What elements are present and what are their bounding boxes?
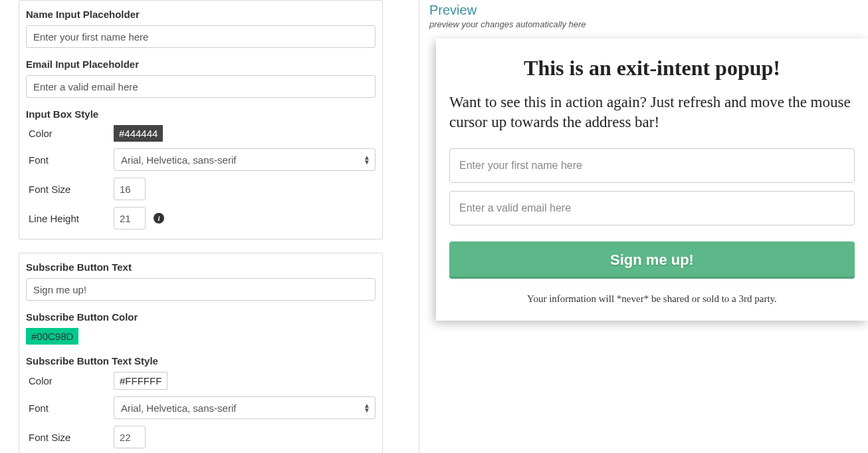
sub-fontsize-input[interactable] bbox=[114, 426, 146, 448]
popup-heading: This is an exit-intent popup! bbox=[449, 56, 855, 80]
popup-name-input[interactable] bbox=[449, 148, 855, 183]
subscribe-settings-panel: Subscribe Button Text Subscribe Button C… bbox=[19, 253, 383, 453]
info-icon[interactable]: i bbox=[154, 213, 164, 224]
input-fontsize-input[interactable] bbox=[114, 178, 146, 200]
input-box-style-label: Input Box Style bbox=[26, 108, 376, 120]
subscribe-text-input[interactable] bbox=[26, 278, 376, 301]
subscribe-color-swatch[interactable]: #00C98D bbox=[26, 328, 78, 345]
input-settings-panel: Name Input Placeholder Email Input Place… bbox=[19, 0, 383, 239]
input-font-label: Font bbox=[26, 154, 114, 166]
preview-popup: This is an exit-intent popup! Want to se… bbox=[436, 39, 868, 321]
input-color-label: Color bbox=[26, 128, 114, 139]
email-placeholder-input[interactable] bbox=[26, 75, 376, 98]
subscribe-text-label: Subscribe Button Text bbox=[26, 261, 376, 273]
popup-email-input[interactable] bbox=[449, 191, 855, 226]
name-placeholder-input[interactable] bbox=[26, 25, 376, 48]
sub-fontsize-label: Font Size bbox=[26, 432, 114, 443]
name-placeholder-label: Name Input Placeholder bbox=[26, 9, 376, 20]
popup-subscribe-button[interactable]: Sign me up! bbox=[449, 241, 855, 279]
popup-disclaimer: Your information will *never* be shared … bbox=[449, 293, 855, 305]
subscribe-textstyle-label: Subscribe Button Text Style bbox=[26, 355, 376, 367]
input-fontsize-label: Font Size bbox=[26, 184, 114, 195]
popup-subheading: Want to see this in action again? Just r… bbox=[449, 92, 855, 132]
sub-color-label: Color bbox=[26, 375, 114, 386]
subscribe-color-label: Subscribe Button Color bbox=[26, 311, 376, 323]
preview-subtitle: preview your changes automatically here bbox=[429, 19, 868, 29]
sub-color-swatch[interactable]: #FFFFFF bbox=[114, 372, 167, 390]
email-placeholder-label: Email Input Placeholder bbox=[26, 59, 376, 70]
input-color-swatch[interactable]: #444444 bbox=[114, 125, 163, 142]
input-lineheight-label: Line Height bbox=[26, 213, 114, 224]
input-lineheight-input[interactable] bbox=[114, 207, 146, 229]
preview-title: Preview bbox=[429, 3, 868, 18]
sub-font-label: Font bbox=[26, 402, 114, 414]
input-font-select[interactable]: Arial, Helvetica, sans-serif bbox=[114, 148, 376, 171]
sub-font-select[interactable]: Arial, Helvetica, sans-serif bbox=[114, 396, 376, 419]
